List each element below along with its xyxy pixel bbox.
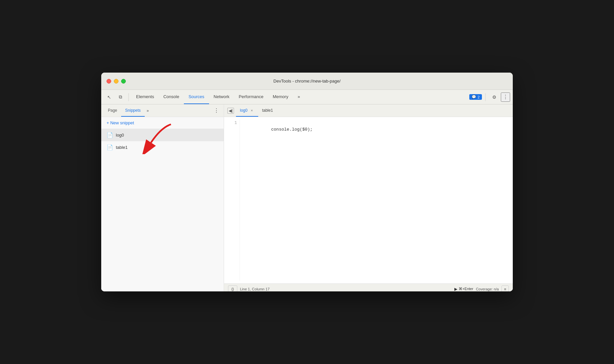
code-content[interactable]: console.log($0); xyxy=(240,120,513,281)
sidebar-tab-snippets[interactable]: Snippets xyxy=(121,104,145,117)
close-tab-icon[interactable]: × xyxy=(250,108,254,113)
panel-toggle-icon: ◀| xyxy=(227,108,234,114)
toolbar-divider-right xyxy=(485,93,486,101)
sidebar-toggle-button[interactable]: ◀| xyxy=(225,104,236,117)
chevron-right-icon: » xyxy=(147,108,149,113)
snippet-list: 📄 log0 📄 table1 xyxy=(101,129,224,291)
more-tabs-icon: » xyxy=(298,94,300,99)
play-icon: ▶ xyxy=(454,287,457,291)
traffic-lights xyxy=(107,79,126,84)
sidebar-tab-page[interactable]: Page xyxy=(104,104,121,117)
minimize-button[interactable] xyxy=(114,79,118,84)
editor-tabs: ◀| log0 × table1 xyxy=(224,104,513,117)
new-snippet-button[interactable]: + New snippet xyxy=(101,117,224,129)
snippet-file-icon-2: 📄 xyxy=(107,144,113,151)
device-toggle-button[interactable]: ⧉ xyxy=(115,92,126,102)
format-button[interactable]: {} xyxy=(228,285,237,292)
sidebar-tabs: Page Snippets » ⋮ xyxy=(101,104,224,117)
editor-tab-table1[interactable]: table1 xyxy=(258,104,277,117)
code-editor[interactable]: 1 console.log($0); xyxy=(224,117,513,283)
toolbar-right: 💬 2 ⚙ ⋮ xyxy=(469,92,510,102)
devtools-window: DevTools - chrome://new-tab-page/ ↖ ⧉ El… xyxy=(101,73,513,291)
sidebar-tabs-more[interactable]: » xyxy=(145,104,151,117)
tab-sources[interactable]: Sources xyxy=(184,90,209,104)
device-icon: ⧉ xyxy=(119,94,122,100)
more-options-button[interactable]: ⋮ xyxy=(501,92,510,102)
run-button[interactable]: ▶ ⌘+Enter xyxy=(454,287,473,291)
window-title: DevTools - chrome://new-tab-page/ xyxy=(273,79,341,84)
sidebar: Page Snippets » ⋮ + New snippet 📄 xyxy=(101,104,224,291)
statusbar: {} Line 1, Column 17 ▶ ⌘+Enter Coverage:… xyxy=(224,283,513,291)
more-vert-icon: ⋮ xyxy=(503,94,508,100)
toolbar-divider xyxy=(128,93,129,101)
snippet-item-table1[interactable]: 📄 table1 xyxy=(101,141,224,153)
snippet-file-icon: 📄 xyxy=(107,132,113,138)
snippet-item-log0[interactable]: 📄 log0 xyxy=(101,129,224,141)
maximize-button[interactable] xyxy=(121,79,126,84)
tab-console[interactable]: Console xyxy=(159,90,184,104)
toolbar-tabs: Elements Console Sources Network Perform… xyxy=(131,90,469,104)
titlebar: DevTools - chrome://new-tab-page/ xyxy=(101,73,513,90)
tab-performance[interactable]: Performance xyxy=(234,90,268,104)
notification-badge[interactable]: 💬 2 xyxy=(469,94,482,100)
editor-area: ◀| log0 × table1 1 console.log($0); xyxy=(224,104,513,291)
editor-tab-log0[interactable]: log0 × xyxy=(236,104,258,117)
settings-button[interactable]: ⚙ xyxy=(489,92,499,102)
tab-more[interactable]: » xyxy=(293,90,305,104)
coverage-text: Coverage: n/a xyxy=(476,287,499,291)
inspect-element-button[interactable]: ↖ xyxy=(104,92,115,102)
gear-icon: ⚙ xyxy=(492,94,497,100)
tab-network[interactable]: Network xyxy=(209,90,234,104)
toc-button[interactable]: ≡ xyxy=(501,285,509,292)
main-content: Page Snippets » ⋮ + New snippet 📄 xyxy=(101,104,513,291)
close-button[interactable] xyxy=(107,79,111,84)
tab-memory[interactable]: Memory xyxy=(268,90,293,104)
line-numbers: 1 xyxy=(224,120,240,281)
tab-elements[interactable]: Elements xyxy=(131,90,159,104)
menu-dots-icon: ⋮ xyxy=(214,107,219,114)
chat-icon: 💬 xyxy=(472,95,476,99)
cursor-position: Line 1, Column 17 xyxy=(240,287,269,291)
toc-icon: ≡ xyxy=(504,287,506,291)
toolbar: ↖ ⧉ Elements Console Sources Network Per… xyxy=(101,90,513,104)
sidebar-menu-button[interactable]: ⋮ xyxy=(212,104,221,117)
cursor-icon: ↖ xyxy=(107,94,111,100)
